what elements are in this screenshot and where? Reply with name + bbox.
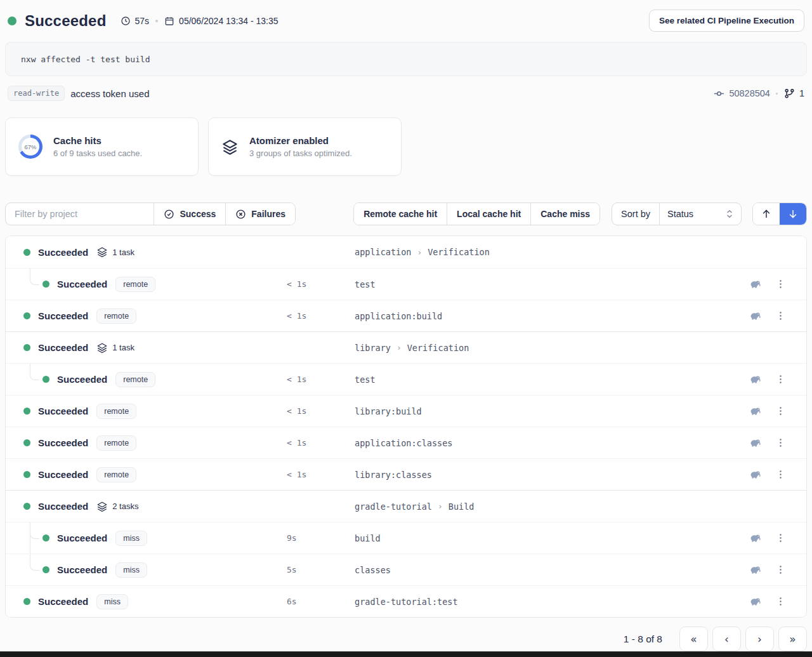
remote-cache-hit-button[interactable]: Remote cache hit <box>354 203 447 225</box>
project-filter-group: Success Failures <box>5 202 296 225</box>
cache-hits-percent: 67% <box>18 135 43 159</box>
branch-count: 1 <box>799 88 804 98</box>
meta-separator-dot <box>155 20 158 22</box>
table-row[interactable]: Succeeded miss 5s classes <box>6 554 806 585</box>
task-duration: 9s <box>287 533 297 543</box>
run-header: Succeeded 57s 05/06/2024 13:34 - 13:35 S… <box>5 0 807 36</box>
sort-select[interactable]: Status <box>660 203 741 225</box>
project-name: application <box>355 247 411 257</box>
access-token-text: access token used <box>70 88 149 99</box>
task-target: build <box>355 533 381 543</box>
access-token-badge: read-write <box>8 86 65 101</box>
table-row[interactable]: Succeeded remote < 1s library:build <box>6 395 806 427</box>
sort-by-label: Sort by <box>612 203 659 225</box>
prev-page-button[interactable]: ‹ <box>712 627 741 651</box>
table-row[interactable]: Succeeded 1 task application › Verificat… <box>6 236 806 268</box>
table-row[interactable]: Succeeded remote < 1s library:classes <box>6 458 806 490</box>
run-duration: 57s <box>135 16 150 26</box>
task-group-icon <box>96 501 108 512</box>
status-dot <box>23 344 30 351</box>
status-dot <box>23 439 30 446</box>
status-dot <box>23 408 30 415</box>
failures-filter-button[interactable]: Failures <box>226 203 295 225</box>
command-box: nxw affected -t test build <box>5 42 807 76</box>
row-menu-button[interactable] <box>773 308 789 324</box>
task-duration: 6s <box>287 597 297 606</box>
meta-separator-dot <box>776 93 778 95</box>
table-row[interactable]: Succeeded remote < 1s application:classe… <box>6 427 806 458</box>
row-menu-button[interactable] <box>773 276 789 292</box>
status-dot <box>23 471 30 478</box>
gradle-elephant-icon <box>749 595 762 608</box>
row-status-label: Succeeded <box>38 310 88 321</box>
related-pipeline-button[interactable]: See related CI Pipeline Execution <box>649 10 804 32</box>
pagination: 1 - 8 of 8 « ‹ › » <box>5 627 807 651</box>
project-category: Build <box>449 501 475 512</box>
local-cache-hit-button[interactable]: Local cache hit <box>447 203 530 225</box>
task-duration: < 1s <box>287 406 306 416</box>
x-circle-icon <box>235 209 246 220</box>
task-group-icon <box>96 342 108 354</box>
commit-icon <box>713 88 725 100</box>
atomizer-card: Atomizer enabled 3 groups of tasks optim… <box>208 117 402 176</box>
run-date-range: 05/06/2024 13:34 - 13:35 <box>179 16 278 26</box>
row-status-label: Succeeded <box>38 469 88 480</box>
project-name: gradle-tutorial <box>355 501 432 512</box>
task-count: 1 task <box>112 248 134 257</box>
success-filter-button[interactable]: Success <box>154 203 225 225</box>
row-menu-button[interactable] <box>773 467 789 482</box>
table-row[interactable]: Succeeded remote < 1s test <box>6 363 806 395</box>
row-menu-button[interactable] <box>773 371 789 387</box>
cache-hits-card: 67% Cache hits 6 of 9 tasks used cache. <box>5 117 199 176</box>
status-dot <box>23 312 30 319</box>
success-filter-label: Success <box>180 209 216 219</box>
cache-miss-button[interactable]: Cache miss <box>531 203 599 225</box>
table-row[interactable]: Succeeded remote < 1s test <box>6 268 806 300</box>
sort-ascending-button[interactable] <box>753 203 780 225</box>
status-dot <box>23 598 30 605</box>
status-dot <box>43 281 49 288</box>
card-title: Cache hits <box>53 135 142 146</box>
page-title: Succeeded <box>25 12 107 30</box>
gradle-elephant-icon <box>749 373 762 386</box>
gradle-elephant-icon <box>749 309 762 322</box>
table-row[interactable]: Succeeded miss 6s gradle-tutorial:test <box>6 585 806 617</box>
task-duration: < 1s <box>287 279 306 289</box>
project-category: Verification <box>428 247 490 257</box>
status-dot <box>23 503 30 510</box>
project-path: library › Verification <box>355 343 469 353</box>
row-status-label: Succeeded <box>38 596 88 607</box>
commit-id[interactable]: 50828504 <box>729 88 770 98</box>
cache-status-badge: remote <box>96 404 136 419</box>
last-page-button[interactable]: » <box>778 627 807 651</box>
row-menu-button[interactable] <box>773 403 789 419</box>
gradle-elephant-icon <box>749 563 762 576</box>
run-status-dot <box>8 17 16 25</box>
cache-status-badge: miss <box>115 562 147 578</box>
layers-icon <box>221 138 239 156</box>
cache-status-badge: remote <box>115 372 155 387</box>
row-menu-button[interactable] <box>773 594 789 609</box>
task-duration: < 1s <box>287 438 306 448</box>
card-subtitle: 3 groups of tasks optimized. <box>249 149 352 158</box>
sort-descending-button[interactable] <box>780 203 806 225</box>
row-status-label: Succeeded <box>57 533 107 543</box>
task-target: test <box>355 375 376 385</box>
row-status-label: Succeeded <box>38 501 88 512</box>
row-menu-button[interactable] <box>773 562 789 578</box>
table-row[interactable]: Succeeded 1 task library › Verification <box>6 331 806 363</box>
gradle-elephant-icon <box>749 468 762 481</box>
table-row[interactable]: Succeeded remote < 1s application:build <box>6 300 806 331</box>
project-filter-input[interactable] <box>6 203 154 225</box>
table-row[interactable]: Succeeded 2 tasks gradle-tutorial › Buil… <box>6 490 806 522</box>
next-page-button[interactable]: › <box>745 627 774 651</box>
project-path: gradle-tutorial › Build <box>355 501 474 512</box>
task-target: library:classes <box>355 470 432 480</box>
first-page-button[interactable]: « <box>679 627 708 651</box>
table-row[interactable]: Succeeded miss 9s build <box>6 522 806 554</box>
card-title: Atomizer enabled <box>249 135 352 146</box>
cache-status-badge: remote <box>96 467 136 482</box>
row-menu-button[interactable] <box>773 435 789 451</box>
tree-connector <box>30 554 39 571</box>
row-menu-button[interactable] <box>773 530 789 546</box>
